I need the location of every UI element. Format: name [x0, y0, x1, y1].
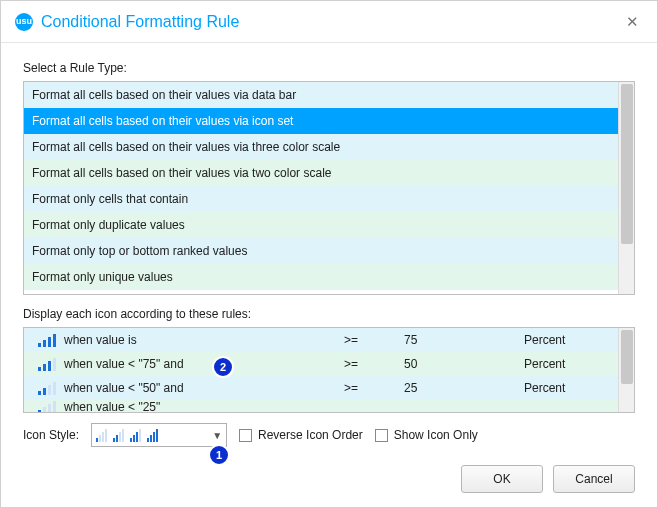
signal-bars-icon: [130, 429, 141, 442]
icon-rules-label: Display each icon according to these rul…: [23, 307, 635, 321]
rule-type-item[interactable]: Format only cells that contain: [24, 186, 618, 212]
rule-type-item[interactable]: Format only duplicate values: [24, 212, 618, 238]
reverse-icon-order-label: Reverse Icon Order: [258, 428, 363, 442]
rule-type-list: Format all cells based on their values v…: [23, 81, 635, 295]
icon-rule-row[interactable]: when value < "25": [24, 400, 618, 412]
icon-rule-value: 25: [404, 381, 524, 395]
chevron-down-icon: ▼: [212, 430, 222, 441]
scrollbar-thumb[interactable]: [621, 84, 633, 244]
rule-type-label: Select a Rule Type:: [23, 61, 635, 75]
rule-type-item[interactable]: Format only top or bottom ranked values: [24, 238, 618, 264]
icon-rule-condition: when value < "25": [64, 400, 344, 412]
icon-rule-row[interactable]: when value < "75" and 2 >= 50 Percent: [24, 352, 618, 376]
signal-bars-icon: [147, 429, 158, 442]
window-title: Conditional Formatting Rule: [41, 13, 620, 31]
show-icon-only-label: Show Icon Only: [394, 428, 478, 442]
checkbox-icon: [375, 429, 388, 442]
signal-bars-icon: [96, 429, 107, 442]
icon-rule-unit: Percent: [524, 333, 618, 347]
checkbox-icon: [239, 429, 252, 442]
icon-rules-scrollbar[interactable]: [618, 328, 634, 412]
annotation-marker-2: 2: [214, 358, 232, 376]
icon-rules-list: when value is >= 75 Percent when value <…: [23, 327, 635, 413]
icon-rule-value: 50: [404, 357, 524, 371]
app-icon: usu: [15, 13, 33, 31]
rule-type-item[interactable]: Format all cells based on their values v…: [24, 82, 618, 108]
rule-type-item[interactable]: Format all cells based on their values v…: [24, 160, 618, 186]
ok-button[interactable]: OK: [461, 465, 543, 493]
icon-rule-operator: >=: [344, 333, 404, 347]
icon-rule-operator: >=: [344, 357, 404, 371]
icon-rule-unit: Percent: [524, 381, 618, 395]
icon-rule-condition-text: when value < "75" and: [64, 357, 184, 371]
show-icon-only-checkbox[interactable]: Show Icon Only: [375, 428, 478, 442]
dialog-buttons: OK Cancel: [461, 465, 635, 493]
options-row: Icon Style: ▼ 1 Reverse Icon Order Show …: [23, 423, 635, 447]
dialog-body: Select a Rule Type: Format all cells bas…: [1, 43, 657, 447]
icon-style-label: Icon Style:: [23, 428, 79, 442]
icon-rule-unit: Percent: [524, 357, 618, 371]
signal-bars-icon: [24, 382, 64, 395]
rule-type-list-inner: Format all cells based on their values v…: [24, 82, 618, 294]
icon-rule-value: 75: [404, 333, 524, 347]
icon-rule-row[interactable]: when value is >= 75 Percent: [24, 328, 618, 352]
icon-rule-condition: when value < "75" and 2: [64, 357, 344, 371]
dialog: usu Conditional Formatting Rule ✕ Select…: [0, 0, 658, 508]
close-icon[interactable]: ✕: [620, 9, 645, 35]
cancel-button[interactable]: Cancel: [553, 465, 635, 493]
rule-type-scrollbar[interactable]: [618, 82, 634, 294]
rule-type-item[interactable]: Format all cells based on their values v…: [24, 134, 618, 160]
signal-bars-icon: [113, 429, 124, 442]
signal-bars-icon: [24, 358, 64, 371]
annotation-marker-1: 1: [210, 446, 228, 464]
icon-rule-condition: when value is: [64, 333, 344, 347]
icon-rule-row[interactable]: when value < "50" and >= 25 Percent: [24, 376, 618, 400]
signal-bars-icon: [24, 334, 64, 347]
icon-rule-operator: >=: [344, 381, 404, 395]
scrollbar-thumb[interactable]: [621, 330, 633, 384]
rule-type-item[interactable]: Format all cells based on their values v…: [24, 108, 618, 134]
reverse-icon-order-checkbox[interactable]: Reverse Icon Order: [239, 428, 363, 442]
icon-rule-condition: when value < "50" and: [64, 381, 344, 395]
signal-bars-icon: [24, 401, 64, 413]
icon-style-combo[interactable]: ▼ 1: [91, 423, 227, 447]
icon-rules-inner: when value is >= 75 Percent when value <…: [24, 328, 618, 412]
titlebar: usu Conditional Formatting Rule ✕: [1, 1, 657, 43]
rule-type-item[interactable]: Format only unique values: [24, 264, 618, 290]
